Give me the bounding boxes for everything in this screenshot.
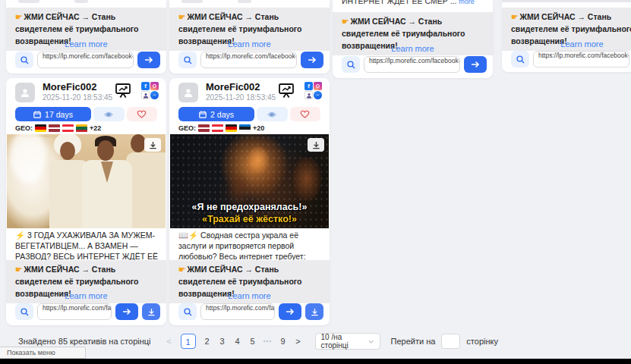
favorite-button[interactable] bbox=[127, 107, 158, 121]
creative-card-partial-3: ИНТЕРНЕТ ЖДЁТ ЕЁ СМЕР ... more ☛ЖМИ СЕЙЧ… bbox=[333, 0, 493, 78]
goto-page-input[interactable] bbox=[441, 334, 460, 349]
heart-icon bbox=[137, 110, 147, 118]
messenger-icon bbox=[314, 91, 322, 99]
search-icon bbox=[21, 308, 29, 316]
creative-card-1: MoreFic002 2025-11-20 18:53:45 f 17 days… bbox=[6, 78, 166, 325]
search-button[interactable] bbox=[511, 51, 529, 67]
download-image-button[interactable] bbox=[144, 138, 161, 152]
heart-icon bbox=[300, 110, 310, 118]
audience-network-icon bbox=[141, 91, 150, 99]
actions-row: 17 days bbox=[15, 107, 157, 121]
cut-element-sliver bbox=[502, 0, 631, 2]
presentation-board-icon bbox=[115, 83, 131, 102]
days-label: 2 days bbox=[210, 110, 234, 119]
views-button[interactable] bbox=[257, 107, 288, 121]
image-overlay-text-1: «Я не предохранялась!» bbox=[170, 202, 329, 212]
search-button[interactable] bbox=[15, 303, 33, 320]
instagram-icon bbox=[150, 82, 159, 90]
search-icon bbox=[21, 56, 29, 64]
learn-more-link[interactable]: Learn more bbox=[502, 39, 631, 49]
landing-url-input[interactable]: https://lp.morefic.com/facebook-0iHH0v02… bbox=[200, 52, 297, 68]
search-button[interactable] bbox=[15, 52, 33, 68]
chevron-down-icon bbox=[368, 340, 374, 344]
url-row: https://lp.morefic.com/facebook-0iHH bbox=[178, 303, 323, 320]
cut-element-sliver bbox=[181, 0, 203, 3]
url-row: https://lp.morefic.com/facebook-0iHH0v02… bbox=[15, 52, 160, 68]
views-button[interactable] bbox=[93, 107, 125, 121]
landing-url-input[interactable]: https://lp.morefic.com/facebook-0iHH0v02… bbox=[37, 52, 134, 68]
search-button[interactable] bbox=[178, 303, 197, 320]
show-menu-tooltip: Показать меню bbox=[0, 347, 86, 359]
arrow-right-icon bbox=[286, 308, 295, 315]
go-to-url-button[interactable] bbox=[137, 52, 160, 68]
face-shape bbox=[131, 134, 146, 152]
learn-more-link[interactable]: Learn more bbox=[333, 44, 493, 53]
per-page-select[interactable]: 10 /на сторінці bbox=[315, 333, 380, 350]
cut-element-sliver bbox=[238, 0, 251, 3]
page-button-3[interactable]: 3 bbox=[217, 334, 228, 349]
page-button-5[interactable]: 5 bbox=[248, 334, 258, 349]
search-button[interactable] bbox=[342, 56, 360, 73]
search-button[interactable] bbox=[178, 52, 197, 68]
flag-at-icon bbox=[212, 124, 223, 132]
open-collar-shape bbox=[101, 162, 113, 183]
placements: f bbox=[304, 82, 322, 99]
learn-more-link[interactable]: Learn more bbox=[169, 39, 330, 49]
landing-url-input[interactable]: https://lp.morefic.com/facebook-0iHH0v02… bbox=[533, 51, 629, 67]
go-to-url-button[interactable] bbox=[279, 303, 301, 320]
pages-ellipsis[interactable]: ••• bbox=[263, 334, 273, 349]
flag-de-icon bbox=[35, 124, 46, 132]
prev-page-button[interactable]: < bbox=[164, 334, 175, 349]
more-link[interactable]: more bbox=[459, 0, 475, 5]
search-icon bbox=[184, 308, 192, 316]
results-count-text: Знайдено 85 креативів на сторінці bbox=[18, 337, 151, 346]
avatar bbox=[178, 83, 198, 102]
pointing-finger-icon: ☛ bbox=[15, 12, 22, 21]
download-icon bbox=[311, 308, 319, 316]
landing-url-input[interactable]: https://lp.morefic.com/facebook-0iHH0v02… bbox=[364, 56, 460, 73]
pointing-finger-icon: ☛ bbox=[15, 265, 22, 274]
days-active-button[interactable]: 17 days bbox=[15, 107, 91, 121]
flag-ee-icon bbox=[239, 124, 251, 132]
landing-url-input[interactable]: https://lp.morefic.com/facebook-0iHH bbox=[200, 303, 275, 320]
go-to-url-button[interactable] bbox=[301, 52, 323, 68]
creative-card-partial-4: ☛ЖМИ СЕЙЧАС → Стань свидетелем её триумф… bbox=[502, 0, 631, 72]
learn-more-link[interactable]: Learn more bbox=[6, 291, 166, 300]
url-row: https://lp.morefic.com/facebook-0iHH0v02… bbox=[178, 52, 323, 68]
pointing-finger-icon: ☛ bbox=[511, 12, 518, 21]
pagination-bar: Знайдено 85 креативів на сторінці < 1 2 … bbox=[18, 333, 498, 350]
landing-url-input[interactable]: https://lp.morefic.com/facebook-0iHH bbox=[37, 303, 112, 320]
presentation-board-icon bbox=[278, 83, 295, 102]
days-active-button[interactable]: 2 days bbox=[178, 107, 254, 121]
face-shape bbox=[60, 142, 75, 160]
url-row: https://lp.morefic.com/facebook-0iHH0v02… bbox=[342, 56, 487, 73]
learn-more-link[interactable]: Learn more bbox=[6, 39, 166, 49]
download-creative-button[interactable] bbox=[305, 303, 323, 320]
arrow-right-icon bbox=[308, 56, 317, 64]
geo-label: GEO: bbox=[178, 124, 196, 132]
avatar bbox=[15, 83, 35, 102]
download-creative-button[interactable] bbox=[142, 303, 160, 320]
go-to-url-button[interactable] bbox=[464, 56, 487, 73]
learn-more-link[interactable]: Learn more bbox=[169, 291, 330, 300]
geo-row: GEO: +22 bbox=[15, 124, 101, 132]
calendar-icon bbox=[199, 111, 207, 118]
page-button-9[interactable]: 9 bbox=[278, 334, 289, 349]
url-row: https://lp.morefic.com/facebook-0iHH0v02… bbox=[511, 51, 631, 67]
geo-row: GEO: +20 bbox=[178, 124, 264, 132]
messenger-icon bbox=[150, 91, 159, 99]
profile-row: MoreFic002 2025-11-20 18:53:45 f bbox=[15, 81, 159, 105]
favorite-button[interactable] bbox=[290, 107, 321, 121]
go-to-url-button[interactable] bbox=[115, 303, 138, 320]
page-button-1[interactable]: 1 bbox=[181, 334, 196, 349]
download-image-button[interactable] bbox=[308, 138, 324, 152]
geo-label: GEO: bbox=[15, 124, 33, 132]
flag-lv-icon bbox=[49, 124, 60, 132]
geo-flags bbox=[198, 124, 251, 132]
next-page-button[interactable]: > bbox=[293, 334, 304, 349]
person-icon bbox=[20, 87, 30, 98]
page-button-4[interactable]: 4 bbox=[232, 334, 243, 349]
page-button-2[interactable]: 2 bbox=[202, 334, 213, 349]
creative-datetime: 2025-11-20 18:53:45 bbox=[206, 93, 276, 102]
creative-card-2: MoreFic002 2025-11-20 18:53:45 f 2 days … bbox=[169, 78, 330, 325]
